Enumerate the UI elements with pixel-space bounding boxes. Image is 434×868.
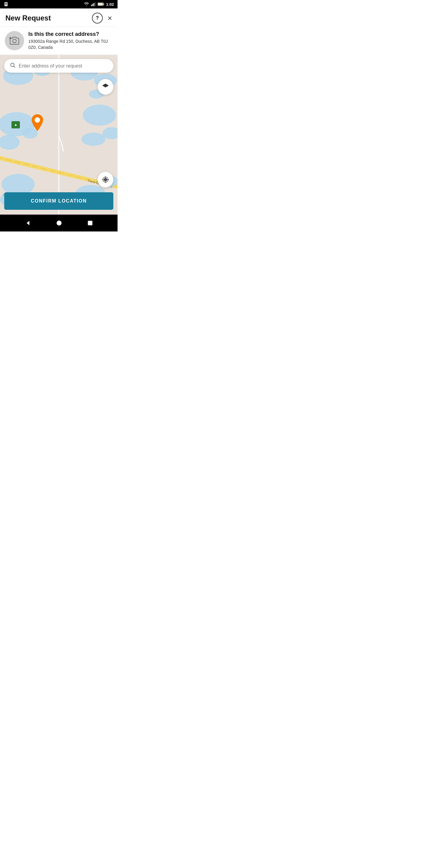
svg-point-11 xyxy=(13,39,16,43)
svg-marker-42 xyxy=(102,84,109,87)
back-icon xyxy=(24,220,31,226)
wifi-icon xyxy=(84,2,89,6)
map-pin xyxy=(30,114,44,133)
svg-rect-5 xyxy=(93,3,94,6)
confirm-location-button[interactable]: CONFIRM LOCATION xyxy=(4,192,113,210)
address-search-bar[interactable] xyxy=(4,59,113,73)
close-icon: × xyxy=(107,13,112,23)
svg-point-45 xyxy=(35,117,40,123)
my-location-button[interactable] xyxy=(98,172,113,187)
clock: 1:02 xyxy=(106,2,114,7)
svg-point-53 xyxy=(57,221,62,226)
home-button[interactable] xyxy=(56,220,62,226)
recents-button[interactable] xyxy=(87,220,93,226)
close-button[interactable]: × xyxy=(107,14,112,22)
search-icon xyxy=(10,62,16,70)
app-header: New Request ? × xyxy=(0,8,118,27)
address-banner: Is this the correct address? 193002a Ran… xyxy=(0,27,118,55)
svg-point-40 xyxy=(10,63,14,67)
map-layers-button[interactable] xyxy=(98,79,113,95)
help-button[interactable]: ? xyxy=(92,13,103,24)
svg-text:⚡: ⚡ xyxy=(99,4,101,6)
signal-icon xyxy=(91,2,96,6)
status-left xyxy=(4,2,8,7)
status-right: ⚡ 1:02 xyxy=(84,2,114,7)
svg-point-26 xyxy=(83,104,116,126)
svg-rect-2 xyxy=(6,3,7,4)
home-icon xyxy=(56,220,62,226)
svg-marker-52 xyxy=(27,221,29,225)
svg-rect-8 xyxy=(103,4,104,5)
status-bar: ⚡ 1:02 xyxy=(0,0,118,8)
location-pin-icon xyxy=(30,114,44,132)
battery-icon: ⚡ xyxy=(98,2,104,6)
header-actions: ? × xyxy=(92,13,112,24)
svg-point-32 xyxy=(1,174,35,195)
help-icon: ? xyxy=(96,16,99,21)
camera-plus-icon xyxy=(9,36,20,46)
map-container[interactable]: Trans-Canada Hwy 🍁 ♣ xyxy=(0,55,118,215)
avatar xyxy=(5,31,24,50)
recents-icon xyxy=(87,220,93,226)
nav-bar xyxy=(0,215,118,231)
location-target-icon xyxy=(101,176,110,184)
svg-rect-0 xyxy=(4,2,8,6)
svg-marker-44 xyxy=(102,87,109,90)
sim-icon xyxy=(4,2,8,7)
address-question: Is this the correct address? xyxy=(28,31,113,37)
map-background: Trans-Canada Hwy 🍁 ♣ xyxy=(0,55,118,215)
back-button[interactable] xyxy=(24,220,31,226)
svg-point-46 xyxy=(104,179,107,181)
address-detail: 193002a Range Rd 150, Duchess, AB T0J 0Z… xyxy=(28,38,113,50)
svg-rect-6 xyxy=(95,2,95,6)
svg-line-41 xyxy=(14,66,16,68)
address-text: Is this the correct address? 193002a Ran… xyxy=(28,31,113,50)
svg-point-28 xyxy=(82,133,105,146)
svg-rect-3 xyxy=(91,5,92,6)
layers-icon xyxy=(101,83,110,91)
search-input[interactable] xyxy=(19,63,108,69)
svg-rect-1 xyxy=(5,3,6,4)
svg-rect-54 xyxy=(88,221,93,225)
page-title: New Request xyxy=(5,14,51,22)
svg-rect-4 xyxy=(92,4,93,6)
svg-text:♣: ♣ xyxy=(14,123,17,127)
